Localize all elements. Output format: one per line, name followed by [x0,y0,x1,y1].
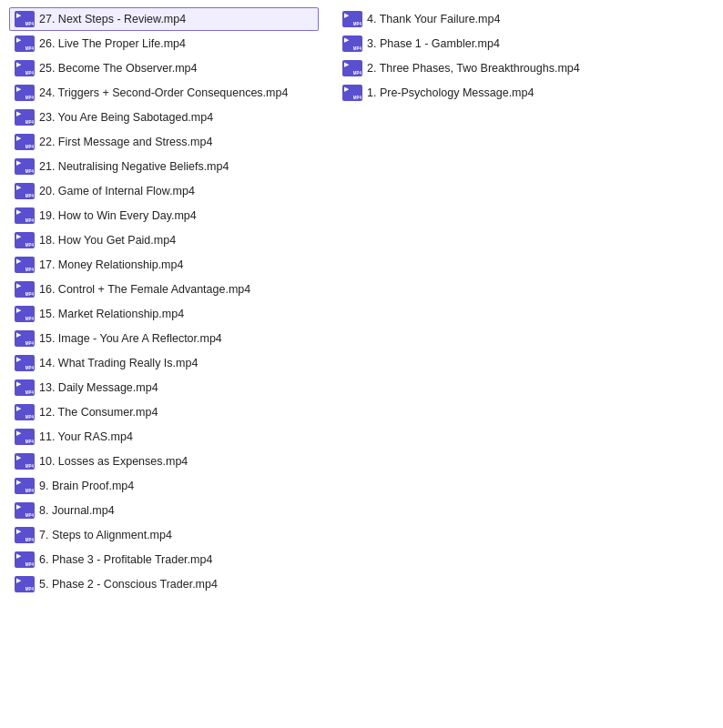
list-item[interactable]: 12. The Consumer.mp4 [9,400,319,424]
list-item[interactable]: 27. Next Steps - Review.mp4 [9,7,319,31]
mp4-icon [15,429,35,445]
file-name-label: 3. Phase 1 - Gambler.mp4 [367,37,500,50]
file-name-label: 19. How to Win Every Day.mp4 [39,209,197,222]
file-name-label: 10. Losses as Expenses.mp4 [39,455,188,468]
mp4-icon [15,109,35,126]
list-item[interactable]: 14. What Trading Really Is.mp4 [9,351,319,375]
list-item[interactable]: 24. Triggers + Second-Order Consequences… [9,81,319,105]
file-name-label: 6. Phase 3 - Profitable Trader.mp4 [39,553,212,566]
file-name-label: 1. Pre-Psychology Message.mp4 [367,86,534,99]
file-name-label: 12. The Consumer.mp4 [39,406,158,419]
mp4-icon [15,232,35,248]
mp4-icon [15,281,35,298]
file-name-label: 17. Money Relationship.mp4 [39,258,183,271]
list-item[interactable]: 20. Game of Internal Flow.mp4 [9,179,319,203]
list-item[interactable]: 17. Money Relationship.mp4 [9,253,319,277]
mp4-icon [15,134,35,150]
mp4-icon [15,453,35,470]
mp4-icon [15,183,35,199]
file-name-label: 9. Brain Proof.mp4 [39,480,134,492]
mp4-icon [342,11,362,27]
mp4-icon [15,158,35,175]
file-name-label: 2. Three Phases, Two Breakthroughs.mp4 [367,62,580,75]
file-name-label: 25. Become The Observer.mp4 [39,62,197,75]
mp4-icon [15,551,35,568]
list-item[interactable]: 22. First Message and Stress.mp4 [9,130,319,154]
file-name-label: 27. Next Steps - Review.mp4 [39,13,186,25]
file-name-label: 4. Thank Your Failure.mp4 [367,13,500,25]
list-item[interactable]: 19. How to Win Every Day.mp4 [9,204,319,228]
mp4-icon [15,35,35,52]
mp4-icon [15,85,35,101]
mp4-icon [15,404,35,420]
file-name-label: 14. What Trading Really Is.mp4 [39,357,198,369]
list-item[interactable]: 26. Live The Proper Life.mp4 [9,32,319,56]
mp4-icon [15,306,35,322]
file-name-label: 11. Your RAS.mp4 [39,430,133,443]
list-item[interactable]: 4. Thank Your Failure.mp4 [337,7,628,31]
file-name-label: 15. Market Relationship.mp4 [39,308,184,320]
file-name-label: 24. Triggers + Second-Order Consequences… [39,86,288,99]
list-item[interactable]: 15. Market Relationship.mp4 [9,302,319,326]
list-item[interactable]: 6. Phase 3 - Profitable Trader.mp4 [9,548,319,571]
list-item[interactable]: 7. Steps to Alignment.mp4 [9,523,319,547]
right-column: 4. Thank Your Failure.mp43. Phase 1 - Ga… [319,7,628,597]
mp4-icon [342,35,362,52]
list-item[interactable]: 25. Become The Observer.mp4 [9,56,319,80]
mp4-icon [15,330,35,347]
list-item[interactable]: 16. Control + The Female Advantage.mp4 [9,278,319,301]
mp4-icon [15,502,35,519]
file-name-label: 15. Image - You Are A Reflector.mp4 [39,332,222,345]
file-name-label: 7. Steps to Alignment.mp4 [39,529,172,541]
mp4-icon [15,355,35,371]
list-item[interactable]: 2. Three Phases, Two Breakthroughs.mp4 [337,56,628,80]
list-item[interactable]: 13. Daily Message.mp4 [9,376,319,399]
file-name-label: 21. Neutralising Negative Beliefs.mp4 [39,160,229,173]
mp4-icon [15,11,35,27]
list-item[interactable]: 10. Losses as Expenses.mp4 [9,450,319,473]
file-name-label: 18. How You Get Paid.mp4 [39,234,176,247]
mp4-icon [15,379,35,396]
list-item[interactable]: 23. You Are Being Sabotaged.mp4 [9,106,319,129]
mp4-icon [15,60,35,76]
file-name-label: 13. Daily Message.mp4 [39,381,158,394]
file-name-label: 5. Phase 2 - Conscious Trader.mp4 [39,578,218,591]
left-column: 27. Next Steps - Review.mp426. Live The … [9,7,319,597]
file-name-label: 23. You Are Being Sabotaged.mp4 [39,111,213,124]
file-name-label: 20. Game of Internal Flow.mp4 [39,185,195,197]
mp4-icon [342,60,362,76]
file-name-label: 16. Control + The Female Advantage.mp4 [39,283,250,296]
mp4-icon [342,85,362,101]
list-item[interactable]: 5. Phase 2 - Conscious Trader.mp4 [9,572,319,596]
list-item[interactable]: 21. Neutralising Negative Beliefs.mp4 [9,155,319,178]
mp4-icon [15,257,35,273]
file-name-label: 22. First Message and Stress.mp4 [39,136,212,148]
file-browser: 27. Next Steps - Review.mp426. Live The … [0,0,723,604]
list-item[interactable]: 15. Image - You Are A Reflector.mp4 [9,327,319,350]
list-item[interactable]: 3. Phase 1 - Gambler.mp4 [337,32,628,56]
list-item[interactable]: 9. Brain Proof.mp4 [9,474,319,498]
list-item[interactable]: 1. Pre-Psychology Message.mp4 [337,81,628,105]
file-name-label: 8. Journal.mp4 [39,504,115,517]
mp4-icon [15,527,35,543]
mp4-icon [15,207,35,224]
mp4-icon [15,576,35,592]
list-item[interactable]: 11. Your RAS.mp4 [9,425,319,449]
list-item[interactable]: 18. How You Get Paid.mp4 [9,228,319,252]
list-item[interactable]: 8. Journal.mp4 [9,499,319,522]
mp4-icon [15,478,35,494]
file-name-label: 26. Live The Proper Life.mp4 [39,37,186,50]
